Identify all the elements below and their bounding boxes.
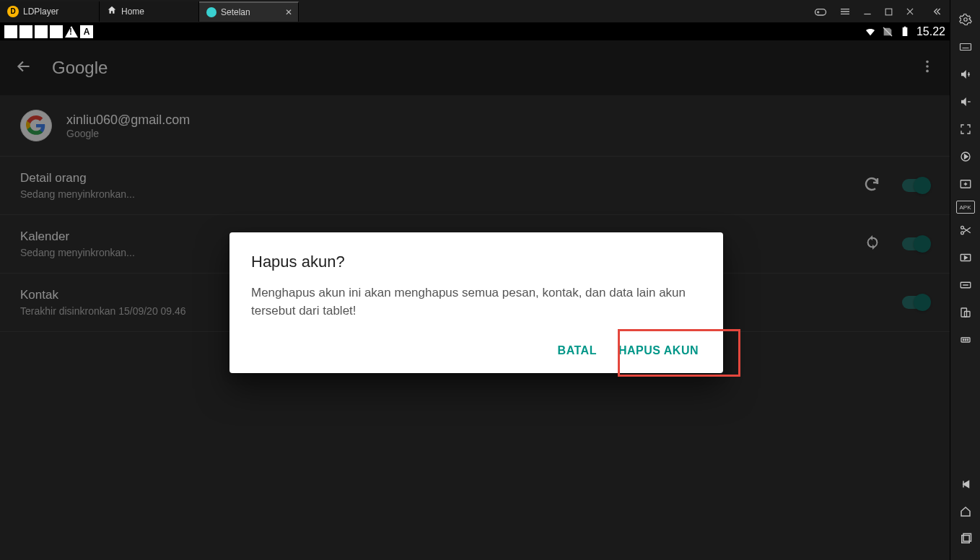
android-home-icon[interactable] (950, 501, 981, 522)
app-name-label: LDPlayer (23, 6, 58, 17)
svg-rect-14 (964, 312, 970, 318)
menu-icon[interactable] (839, 6, 851, 17)
sidebar-multi-instance-icon[interactable] (950, 173, 981, 195)
notification-placeholder-icon (35, 25, 48, 38)
cancel-button[interactable]: BATAL (558, 344, 597, 357)
notification-placeholder-icon (50, 25, 63, 38)
tab-home[interactable]: Home (100, 1, 199, 22)
settings-gear-icon (206, 7, 216, 17)
android-surface: Google xinliu060@gmail.com Google (0, 40, 950, 560)
tab-setelan[interactable]: Setelan ✕ (199, 1, 299, 22)
window-titlebar: D LDPlayer Home Setelan ✕ (0, 0, 950, 23)
android-recents-icon[interactable] (950, 528, 981, 550)
gamepad-icon[interactable] (813, 4, 828, 19)
tab-label: Home (121, 6, 144, 17)
svg-rect-13 (961, 308, 967, 317)
svg-rect-6 (960, 44, 971, 51)
close-tab-icon[interactable]: ✕ (285, 7, 292, 17)
svg-point-5 (963, 18, 967, 22)
svg-point-18 (967, 339, 968, 341)
svg-point-17 (965, 339, 966, 341)
emulator-sidebar: APK (950, 0, 980, 560)
confirm-delete-dialog: Hapus akun? Menghapus akun ini akan meng… (229, 232, 723, 373)
sidebar-scissors-icon[interactable] (950, 219, 981, 241)
wifi-icon (865, 26, 876, 38)
warning-icon (65, 26, 78, 38)
android-back-icon[interactable] (950, 473, 981, 495)
svg-rect-0 (815, 9, 826, 15)
svg-point-16 (963, 339, 964, 341)
app-tab-ldplayer[interactable]: D LDPlayer (0, 1, 100, 22)
battery-icon (899, 26, 911, 38)
dialog-body: Menghapus akun ini akan menghapus semua … (251, 284, 701, 320)
sidebar-settings-icon[interactable] (950, 9, 981, 30)
sidebar-more-icon[interactable] (950, 329, 981, 351)
tab-label: Setelan (221, 7, 250, 17)
no-sim-icon (882, 26, 893, 38)
sidebar-volume-down-icon[interactable] (950, 91, 981, 113)
ldplayer-logo-icon: D (7, 6, 19, 17)
maximize-window-icon[interactable] (884, 7, 893, 17)
keyboard-indicator-icon: A (80, 25, 93, 38)
sidebar-fullscreen-icon[interactable] (950, 118, 981, 140)
sidebar-sync-icon[interactable] (950, 146, 981, 167)
notification-placeholder-icon (4, 25, 17, 38)
dialog-title: Hapus akun? (251, 253, 701, 271)
sidebar-volume-up-icon[interactable] (950, 64, 981, 85)
sidebar-apk-icon[interactable]: APK (956, 201, 975, 214)
home-icon (107, 5, 117, 17)
delete-account-button[interactable]: HAPUS AKUN (618, 344, 699, 357)
sidebar-rotate-icon[interactable] (950, 302, 981, 323)
collapse-sidebar-icon[interactable] (931, 6, 942, 17)
minimize-window-icon[interactable] (862, 6, 872, 17)
sidebar-operation-record-icon[interactable] (950, 274, 981, 296)
android-status-bar: A 15.22 (0, 23, 950, 40)
svg-rect-1 (885, 9, 892, 15)
clock-label: 15.22 (916, 25, 945, 38)
notification-placeholder-icon (19, 25, 32, 38)
close-window-icon[interactable] (905, 6, 915, 17)
sidebar-keyboard-icon[interactable] (950, 36, 981, 58)
sidebar-video-icon[interactable] (950, 247, 981, 268)
